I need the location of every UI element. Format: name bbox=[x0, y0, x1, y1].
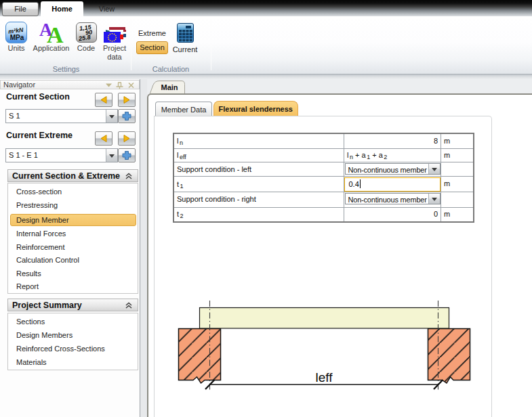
svg-text:leff: leff bbox=[315, 370, 333, 385]
svg-text:Main: Main bbox=[161, 83, 178, 91]
